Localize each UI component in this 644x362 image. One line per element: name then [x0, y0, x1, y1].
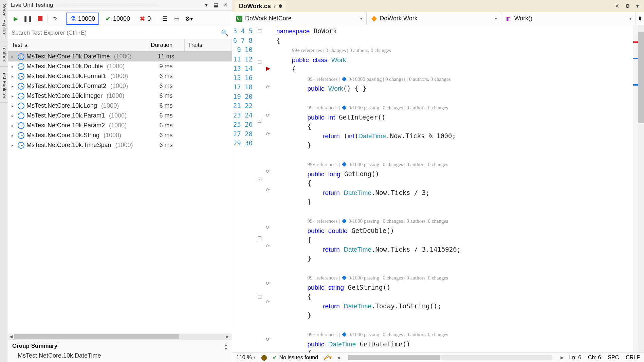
fold-icon[interactable]: − — [258, 60, 261, 64]
tab-label: DoWork.cs — [239, 3, 271, 10]
side-tab-test-explorer[interactable]: Test Explorer — [0, 67, 8, 103]
method-icon: ◧ — [505, 16, 512, 22]
expand-icon[interactable]: ▸ — [12, 84, 16, 89]
expand-icon[interactable]: ▸ — [12, 94, 16, 98]
test-duration: 6 ms — [147, 92, 185, 99]
nav-project[interactable]: C# DoWork.NetCore ▾ — [232, 12, 367, 25]
fold-icon[interactable]: − — [258, 178, 261, 181]
failed-counter[interactable]: ✖ 0 — [136, 13, 154, 24]
scroll-left-icon[interactable]: ◀ — [10, 334, 14, 339]
edit-button[interactable]: ✎ — [51, 14, 60, 23]
test-name: MsTest.NetCore.10k.Long — [26, 102, 97, 109]
expand-icon[interactable]: ▸ — [12, 123, 16, 128]
test-row[interactable]: ▸ MsTest.NetCore.10k.DateTime (1000) 11 … — [8, 52, 232, 61]
test-row[interactable]: ▸ MsTest.NetCore.10k.String (1000) 6 ms — [8, 130, 232, 140]
test-duration: 6 ms — [147, 83, 185, 90]
clock-icon — [18, 93, 24, 99]
editor-panel: DoWork.cs ⫯ ✕ ⚙ ▾ C# DoWork.NetCore ▾ 🔶 … — [232, 0, 644, 362]
nav-method[interactable]: ◧ Work() ▾ — [501, 12, 636, 25]
code-area[interactable]: 3 4 5 6 7 8 9 10 11 12 13 14 15 16 17 18… — [232, 25, 644, 352]
clock-icon — [18, 83, 24, 90]
expand-icon[interactable]: ▸ — [12, 104, 16, 108]
list-view-icon[interactable]: ☰ — [160, 14, 169, 23]
preview-close-icon[interactable]: ✕ — [613, 2, 621, 10]
summary-up-icon[interactable]: ▲ — [224, 343, 228, 347]
scroll-right-icon[interactable]: ▶ — [226, 334, 231, 339]
fold-icon[interactable]: − — [258, 295, 261, 299]
play-button[interactable]: ▶ — [11, 14, 20, 23]
tab-options-icon[interactable]: ⚙ — [624, 2, 631, 10]
zoom-level[interactable]: 110 % ▾ — [236, 355, 256, 361]
test-name: MsTest.NetCore.10k.String — [26, 132, 99, 139]
panel-header: Live Unit Testing ┄┄┄┄┄┄┄┄┄┄┄┄┄┄┄┄┄┄┄┄┄┄… — [8, 0, 232, 11]
side-tab-toolbox[interactable]: Toolbox — [0, 41, 8, 66]
col-traits[interactable]: Traits — [185, 39, 232, 51]
passed-counter[interactable]: ✔ 10000 — [102, 13, 133, 24]
search-icon[interactable]: 🔍 — [221, 29, 228, 37]
test-count: (1000) — [114, 53, 131, 60]
test-name: MsTest.NetCore.10k.Format2 — [26, 83, 106, 90]
test-toolbar: ▶ ❚❚ ✎ ⚗ 10000 ✔ 10000 ✖ 0 ☰ ▭ ⚙▾ — [8, 11, 232, 27]
nav-class[interactable]: 🔶 DoWork.Work ▾ — [367, 12, 501, 25]
close-icon[interactable]: ✕ — [222, 1, 229, 9]
stop-button[interactable] — [35, 14, 45, 23]
tab-dowork[interactable]: DoWork.cs ⫯ — [235, 1, 286, 12]
test-row[interactable]: ▸ MsTest.NetCore.10k.Double (1000) 9 ms — [8, 61, 232, 71]
test-row[interactable]: ▸ MsTest.NetCore.10k.Integer (1000) 6 ms — [8, 91, 232, 101]
eol-indicator[interactable]: CRLF — [626, 355, 640, 361]
test-count: (1000) — [107, 63, 125, 70]
codelens[interactable]: 99+ references | 0 changes | 0 authors, … — [292, 48, 391, 53]
window-position-icon[interactable]: ▾ — [203, 1, 210, 9]
vertical-scrollbar[interactable] — [638, 25, 644, 352]
codelens[interactable]: 99+ references | 0/1000 passing | 0 chan… — [308, 332, 448, 337]
live-unit-testing-panel: Live Unit Testing ┄┄┄┄┄┄┄┄┄┄┄┄┄┄┄┄┄┄┄┄┄┄… — [8, 0, 232, 362]
expand-icon[interactable]: ▸ — [12, 74, 16, 79]
issues-indicator[interactable]: ✔ No issues found — [273, 354, 318, 361]
expand-icon[interactable]: ▸ — [12, 113, 16, 118]
expand-icon[interactable]: ▸ — [12, 54, 16, 59]
fold-icon[interactable]: − — [258, 119, 261, 123]
line-indicator[interactable]: Ln: 6 — [569, 355, 581, 361]
horizontal-scrollbar[interactable]: ◀ ▶ — [8, 333, 232, 340]
spaces-indicator[interactable]: SPC — [608, 355, 619, 361]
split-icon[interactable]: ⬍ — [636, 12, 644, 25]
test-row[interactable]: ▸ MsTest.NetCore.10k.Param2 (1000) 6 ms — [8, 121, 232, 130]
settings-gear-icon[interactable]: ⚙▾ — [184, 14, 194, 23]
test-row[interactable]: ▸ MsTest.NetCore.10k.TimeSpan (1000) 6 m… — [8, 140, 232, 150]
test-row[interactable]: ▸ MsTest.NetCore.10k.Format1 (1000) 6 ms — [8, 71, 232, 81]
expand-icon[interactable]: ▸ — [12, 64, 16, 69]
overview-ruler[interactable] — [633, 25, 638, 352]
expand-icon[interactable]: ▸ — [12, 133, 16, 138]
test-row[interactable]: ▸ MsTest.NetCore.10k.Format2 (1000) 6 ms — [8, 81, 232, 91]
layout-icon[interactable]: ▭ — [172, 14, 182, 23]
passed-count: 10000 — [113, 15, 130, 22]
search-input[interactable] — [12, 30, 221, 36]
codelens[interactable]: 99+ references | 0/1000 passing | 0 chan… — [308, 162, 448, 167]
tab-dropdown-icon[interactable]: ▾ — [634, 2, 641, 10]
codelens[interactable]: 99+ references | 0/1000 passing | 0 chan… — [308, 218, 448, 224]
clock-icon — [18, 122, 24, 129]
panel-grip: ┄┄┄┄┄┄┄┄┄┄┄┄┄┄┄┄┄┄┄┄┄┄┄┄┄┄┄┄┄┄┄┄┄┄┄┄┄┄ — [56, 3, 203, 7]
test-row[interactable]: ▸ MsTest.NetCore.10k.Param1 (1000) 6 ms — [8, 111, 232, 121]
test-row[interactable]: ▸ MsTest.NetCore.10k.Long (1000) 6 ms — [8, 101, 232, 111]
test-count: (1000) — [109, 122, 127, 129]
codelens[interactable]: 99+ references | 0/1000 passing | 0 chan… — [308, 275, 448, 280]
running-counter[interactable]: ⚗ 10000 — [66, 13, 99, 25]
editor-h-scrollbar[interactable] — [348, 355, 552, 360]
codelens[interactable]: 99+ references | 0/10000 passing | 0 cha… — [308, 76, 451, 82]
col-test[interactable]: Test ▲ — [8, 39, 147, 51]
code-content[interactable]: namespace DoWork { 99+ references | 0 ch… — [273, 25, 633, 352]
col-indicator[interactable]: Ch: 6 — [588, 355, 601, 361]
side-tab-server-explorer[interactable]: Server Explorer — [0, 0, 8, 41]
brush-icon[interactable]: 🖌▾ — [324, 354, 332, 361]
pin-icon[interactable]: ⬓ — [212, 1, 220, 9]
fold-icon[interactable]: − — [258, 236, 261, 240]
pause-button[interactable]: ❚❚ — [23, 14, 33, 23]
health-icon[interactable]: ⬤ — [261, 354, 267, 361]
summary-down-icon[interactable]: ▼ — [224, 347, 228, 351]
codelens[interactable]: 99+ references | 0/1000 passing | 0 chan… — [308, 105, 448, 110]
col-duration[interactable]: Duration — [147, 39, 185, 51]
expand-icon[interactable]: ▸ — [12, 143, 16, 148]
pin-icon[interactable]: ⫯ — [274, 3, 276, 9]
fold-icon[interactable]: − — [258, 29, 261, 33]
